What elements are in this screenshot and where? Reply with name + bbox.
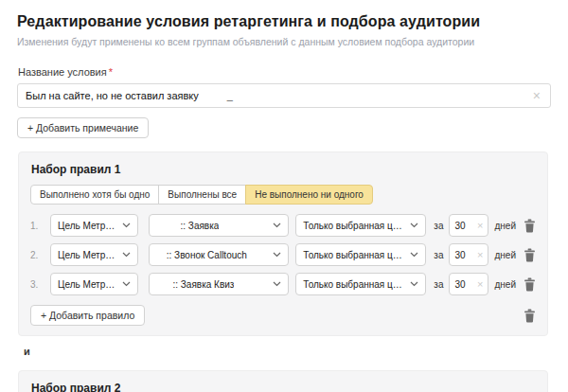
rule-kind-select[interactable]: Цель Метрики	[50, 273, 138, 295]
chevron-down-icon	[404, 223, 418, 228]
period-days-input[interactable]: 30 ×	[449, 243, 488, 266]
add-note-button[interactable]: + Добавить примечание	[17, 117, 149, 138]
rule-target-select[interactable]: :: Заявка Квиз	[149, 273, 289, 295]
tab-none-fulfilled[interactable]: Не выполнено ни одного	[245, 185, 373, 205]
period-suffix: дней	[494, 221, 516, 231]
condition-name-input[interactable]: Был на сайте, но не оставил заявку _ ×	[17, 83, 551, 108]
ruleset-panel-1: Набор правил 1 Выполнено хотя бы одно Вы…	[18, 151, 548, 336]
period-prefix: за	[434, 221, 443, 231]
rule-number: 1.	[30, 221, 45, 231]
chevron-down-icon	[267, 252, 281, 258]
delete-rule-icon[interactable]	[524, 277, 536, 292]
retargeting-edit-page: Редактирование условия ретаргетинга и по…	[0, 0, 568, 392]
and-separator: и	[24, 346, 551, 357]
clear-days-icon[interactable]: ×	[477, 250, 483, 260]
chevron-down-icon	[116, 281, 131, 287]
delete-rule-icon[interactable]	[524, 248, 536, 262]
period-suffix: дней	[494, 250, 516, 260]
chevron-down-icon	[116, 223, 131, 228]
chevron-down-icon	[404, 252, 418, 258]
page-subtitle: Изменения будут применены ко всем группа…	[17, 36, 551, 47]
rule-row: 2. Цель Метрики :: Звонок Calltouch Толь…	[30, 243, 536, 266]
condition-name-value: Был на сайте, но не оставил заявку	[26, 90, 199, 101]
delete-ruleset-icon[interactable]	[524, 309, 536, 323]
chevron-down-icon	[116, 252, 131, 258]
chevron-down-icon	[267, 281, 281, 287]
rule-scope-select[interactable]: Только выбранная цель	[295, 243, 426, 266]
ruleset-panel-2: Набор правил 2 Выполнено хотя бы одно Вы…	[18, 370, 548, 392]
rule-scope-select[interactable]: Только выбранная цель	[295, 214, 426, 237]
period-suffix: дней	[494, 279, 516, 290]
period-days-input[interactable]: 30 ×	[449, 214, 488, 237]
clear-input-icon[interactable]: ×	[531, 87, 542, 104]
page-title: Редактирование условия ретаргетинга и по…	[17, 13, 551, 30]
chevron-down-icon	[404, 281, 418, 287]
clear-days-icon[interactable]: ×	[477, 221, 483, 231]
add-rule-button[interactable]: + Добавить правило	[30, 305, 145, 326]
required-asterisk: *	[109, 66, 113, 78]
ruleset-1-title: Набор правил 1	[31, 163, 536, 176]
rule-target-select[interactable]: :: Заявка	[149, 214, 289, 237]
period-prefix: за	[434, 279, 443, 290]
rule-target-select[interactable]: :: Звонок Calltouch	[149, 243, 289, 266]
ruleset-1-match-tabs: Выполнено хотя бы одно Выполнены все Не …	[30, 185, 373, 205]
clear-days-icon[interactable]: ×	[477, 279, 483, 290]
rule-number: 3.	[30, 279, 45, 290]
ruleset-1-footer: + Добавить правило	[30, 305, 536, 326]
period-prefix: за	[434, 250, 443, 260]
ruleset-2-title: Набор правил 2	[31, 382, 536, 392]
condition-name-label: Название условия*	[18, 66, 551, 78]
rule-row: 3. Цель Метрики :: Заявка Квиз Только вы…	[30, 273, 536, 295]
rule-number: 2.	[30, 250, 45, 260]
rule-scope-select[interactable]: Только выбранная цель	[295, 273, 426, 295]
tab-all-fulfilled[interactable]: Выполнены все	[158, 185, 246, 205]
rule-kind-select[interactable]: Цель Метрики	[50, 214, 138, 237]
rule-row: 1. Цель Метрики :: Заявка Только выбранн…	[30, 214, 536, 237]
rule-kind-select[interactable]: Цель Метрики	[50, 243, 138, 266]
text-caret: _	[227, 90, 233, 101]
delete-rule-icon[interactable]	[524, 219, 536, 233]
tab-any-fulfilled[interactable]: Выполнено хотя бы одно	[30, 185, 159, 205]
chevron-down-icon	[267, 223, 281, 228]
period-days-input[interactable]: 30 ×	[449, 273, 488, 295]
